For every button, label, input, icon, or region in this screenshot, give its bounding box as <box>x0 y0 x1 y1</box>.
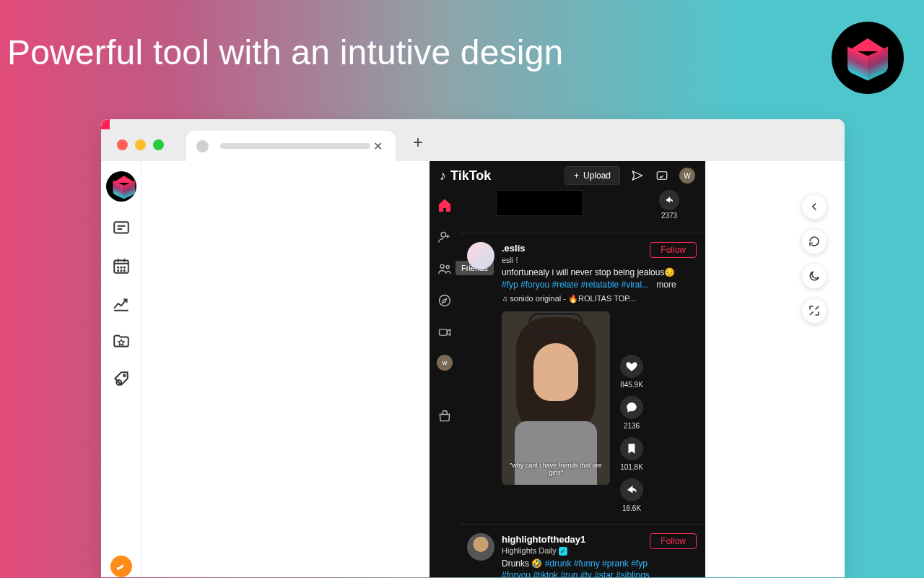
comment-button[interactable] <box>620 396 643 419</box>
close-window-icon[interactable] <box>117 139 128 150</box>
send-icon[interactable] <box>630 168 645 183</box>
comment-count: 2136 <box>624 422 640 430</box>
like-button[interactable] <box>620 355 643 378</box>
post-description: unfortunealy i will never stop being jea… <box>502 267 675 277</box>
expand-description[interactable]: more <box>656 280 676 290</box>
hashtag[interactable]: #prank <box>602 558 629 569</box>
author-subtitle: Highlights Daily <box>502 546 557 555</box>
headline: Powerful tool with an intutive design <box>7 33 564 72</box>
tag-settings-icon[interactable] <box>110 368 132 389</box>
save-button[interactable] <box>620 437 643 460</box>
upload-button[interactable]: + Upload <box>565 166 620 185</box>
tiktok-body: Friends w <box>430 190 705 577</box>
hashtag[interactable]: #relate <box>552 280 578 290</box>
nav-friends-icon[interactable]: Friends <box>435 259 454 278</box>
hashtag[interactable]: #viral... <box>622 280 650 290</box>
svg-point-7 <box>123 270 124 271</box>
save-count: 101.8K <box>620 463 643 471</box>
main-area: ♪ TikTok + Upload W <box>141 161 845 577</box>
hashtag[interactable]: #foryou <box>520 280 549 290</box>
feed-post: Follow .eslis esli ! unfortunealy i will… <box>460 233 705 525</box>
svg-point-5 <box>118 270 118 271</box>
hashtag[interactable]: #run <box>560 570 578 577</box>
share-button[interactable] <box>620 478 643 501</box>
like-count: 845.9K <box>620 381 643 389</box>
video-player[interactable]: "why cant i have friends that are girls" <box>502 311 610 485</box>
previous-share-count: 2373 <box>659 212 679 220</box>
favorites-folder-icon[interactable] <box>110 330 132 352</box>
previous-video-sliver <box>496 190 583 216</box>
svg-rect-0 <box>114 222 128 233</box>
hashtag[interactable]: #fyp <box>631 558 648 569</box>
chat-icon[interactable] <box>110 217 132 239</box>
share-icon[interactable] <box>659 190 679 210</box>
collapse-panel-button[interactable] <box>801 194 827 220</box>
profile-avatar[interactable]: W <box>679 168 695 184</box>
previous-post-remnant: 2373 <box>460 190 705 233</box>
tiktok-nav-rail: Friends w <box>430 190 460 577</box>
hashtag[interactable]: #tiktok <box>533 570 558 577</box>
hashtag[interactable]: #siblings <box>616 570 650 577</box>
tab-close-icon[interactable]: ✕ <box>370 139 385 153</box>
inbox-icon[interactable] <box>655 168 669 183</box>
nav-following-icon[interactable] <box>435 228 454 246</box>
post-description: Drunks 🤣 <box>502 558 542 569</box>
bird-avatar-icon[interactable] <box>110 556 132 577</box>
hashtag[interactable]: #fyp <box>502 280 518 290</box>
tiktok-logo[interactable]: ♪ TikTok <box>440 168 491 184</box>
maximize-window-icon[interactable] <box>153 139 164 150</box>
nav-shop-icon[interactable] <box>435 407 454 426</box>
tab-favicon <box>196 140 209 152</box>
sound-link[interactable]: ♫ sonido original - 🔥ROLITAS TOP... <box>502 293 697 304</box>
browser-tab[interactable]: ✕ <box>186 131 396 161</box>
author-avatar[interactable] <box>467 242 494 269</box>
follow-button[interactable]: Follow <box>650 242 697 258</box>
traffic-lights <box>117 139 164 150</box>
svg-point-2 <box>118 267 118 268</box>
upload-label: Upload <box>583 171 611 181</box>
feed: 2373 Follow .eslis esli ! <box>460 190 705 577</box>
nav-home-icon[interactable] <box>435 196 454 215</box>
minimize-window-icon[interactable] <box>135 139 146 150</box>
tiktok-brand-text: TikTok <box>450 168 491 184</box>
dark-mode-button[interactable] <box>801 263 827 289</box>
analytics-icon[interactable] <box>110 293 132 314</box>
hashtag[interactable]: #drunk <box>545 558 572 569</box>
author-avatar[interactable] <box>467 533 494 561</box>
svg-point-13 <box>446 265 449 268</box>
svg-point-6 <box>121 270 121 271</box>
tab-bar: ✕ + <box>101 119 845 161</box>
extension-logo[interactable] <box>106 171 136 202</box>
svg-rect-10 <box>657 172 667 180</box>
svg-point-11 <box>441 232 446 237</box>
nav-explore-icon[interactable] <box>435 291 454 310</box>
feed-post: Follow highlightoftheday1 Highlights Dai… <box>460 525 705 577</box>
floating-toolbar <box>801 194 827 324</box>
nav-profile-avatar[interactable]: w <box>437 355 453 371</box>
refresh-button[interactable] <box>801 228 827 254</box>
new-tab-button[interactable]: + <box>413 132 423 152</box>
music-note-icon: ♪ <box>440 168 446 184</box>
hashtag[interactable]: #tv <box>580 570 592 577</box>
plus-icon: + <box>574 171 579 181</box>
nav-live-icon[interactable] <box>435 323 454 342</box>
hashtag[interactable]: #foryou <box>502 570 531 577</box>
video-caption-overlay: "why cant i have friends that are girls" <box>507 462 604 476</box>
hashtag[interactable]: #relatable <box>580 280 619 290</box>
svg-rect-15 <box>440 329 448 335</box>
tab-title-placeholder <box>220 143 370 149</box>
share-count: 16.6K <box>622 504 641 512</box>
hashtag[interactable]: #star <box>594 570 614 577</box>
hashtag[interactable]: #funny <box>574 558 600 569</box>
tiktok-panel: ♪ TikTok + Upload W <box>430 161 705 577</box>
svg-point-3 <box>121 267 121 268</box>
svg-point-4 <box>123 267 124 268</box>
verified-badge-icon: ✓ <box>559 547 567 556</box>
corner-logo <box>832 22 904 94</box>
browser-window: ✕ + <box>101 119 845 577</box>
svg-point-8 <box>123 374 126 376</box>
calendar-icon[interactable] <box>110 255 132 277</box>
follow-button[interactable]: Follow <box>650 533 697 549</box>
expand-button[interactable] <box>801 298 827 324</box>
svg-point-14 <box>440 296 450 306</box>
